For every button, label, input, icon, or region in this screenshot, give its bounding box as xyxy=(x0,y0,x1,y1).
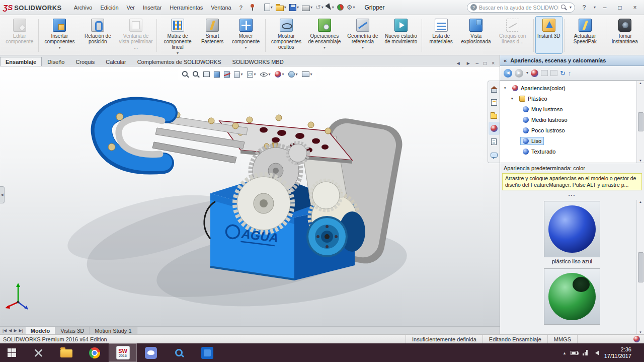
help-button[interactable]: ? xyxy=(578,2,590,13)
status-sphere-icon[interactable] xyxy=(633,336,640,342)
tab-diseno[interactable]: Diseño xyxy=(42,57,70,66)
graphics-area[interactable]: AGUA ▾ ▾ ▾ ▾ ▾ ▾ ◀ xyxy=(0,66,500,326)
expander-icon[interactable]: ▾ xyxy=(511,97,517,101)
tab-calcular[interactable]: Calcular xyxy=(100,57,131,66)
solidworks-resources-tab[interactable] xyxy=(489,83,500,96)
taskbar-app-discord[interactable] xyxy=(137,343,165,362)
appearance-ball-icon[interactable] xyxy=(531,69,538,77)
document-minimize-button[interactable]: – xyxy=(476,61,479,66)
thumbnails-scrollbar[interactable]: ▲ ▼ xyxy=(636,200,644,334)
display-style-button[interactable]: ▾ xyxy=(245,70,257,79)
maximize-button[interactable]: □ xyxy=(614,2,626,13)
collapse-pane-button[interactable]: « xyxy=(504,57,507,63)
take-snapshot-button[interactable]: Tomar instantánea xyxy=(608,16,642,54)
feature-manager-flyout-tab[interactable]: ◀ xyxy=(0,186,5,203)
solidworks-forum-tab[interactable] xyxy=(489,148,500,161)
assembly-features-dropdown[interactable]: ▾ xyxy=(324,45,326,50)
volume-icon[interactable] xyxy=(593,350,599,355)
smart-fasteners-button[interactable]: Smart Fasteners xyxy=(197,16,228,54)
new-motion-study-button[interactable]: Nuevo estudio de movimiento xyxy=(382,16,420,54)
tab-mbd[interactable]: SOLIDWORKS MBD xyxy=(227,57,289,66)
tree-item-apariencias-color[interactable]: ▾ Apariencias(color) xyxy=(500,83,644,93)
tree-item-poco-lustroso[interactable]: Poco lustroso xyxy=(500,125,644,135)
help-dropdown-icon[interactable]: ▾ xyxy=(594,6,596,10)
edit-appearance-button[interactable]: ▾ xyxy=(273,70,285,79)
previous-tab-button[interactable]: ◀ xyxy=(9,328,12,333)
menu-archivo[interactable]: Archivo xyxy=(70,3,97,13)
appearances-tab[interactable] xyxy=(489,122,500,135)
scrollbar-thumb[interactable] xyxy=(638,252,643,282)
menu-ver[interactable]: Ver xyxy=(123,3,139,13)
previous-view-button[interactable] xyxy=(201,70,211,78)
tab-vistas-3d[interactable]: Vistas 3D xyxy=(55,327,90,334)
assembly-features-button[interactable]: Operaciones de ensamblaje ▾ xyxy=(305,16,344,54)
tree-item-plastico[interactable]: ▾ Plástico xyxy=(500,93,644,104)
units-status[interactable]: MMGS xyxy=(547,335,577,343)
mate-button[interactable]: Relación de posición xyxy=(78,16,117,54)
search-dropdown-icon[interactable]: ▾ xyxy=(570,6,572,10)
taskbar-app-search[interactable] xyxy=(165,343,193,362)
history-dropdown-icon[interactable]: ▾ xyxy=(526,71,528,75)
move-component-button[interactable]: Mover componente ▾ xyxy=(228,16,264,54)
bill-of-materials-button[interactable]: Lista de materiales xyxy=(424,16,458,54)
tree-item-texturado[interactable]: Texturado xyxy=(500,146,644,157)
tab-modelo[interactable]: Modelo xyxy=(26,327,56,334)
move-component-dropdown[interactable]: ▾ xyxy=(245,45,247,50)
tree-item-liso[interactable]: Liso xyxy=(500,135,644,146)
taskbar-app-movies[interactable] xyxy=(193,343,221,362)
taskbar-app-chrome[interactable] xyxy=(80,343,109,362)
options-button[interactable]: ⚙▾ xyxy=(345,2,357,13)
tree-scrollbar[interactable]: ▲ ▼ xyxy=(636,81,644,163)
help-search-box[interactable]: ? ▾ xyxy=(467,3,575,13)
clock[interactable]: 2:36 17/11/2017 xyxy=(604,346,631,359)
tab-complementos[interactable]: Complementos de SOLIDWORKS xyxy=(132,57,227,66)
first-tab-button[interactable]: |◀ xyxy=(3,328,7,333)
menu-help[interactable]: ? xyxy=(235,3,247,13)
last-tab-button[interactable]: ▶| xyxy=(19,328,23,333)
back-button[interactable]: ◀ xyxy=(504,69,512,78)
minimize-button[interactable]: – xyxy=(599,2,611,13)
select-button[interactable]: ▾ xyxy=(325,2,336,13)
3d-drawing-view-button[interactable] xyxy=(212,70,221,79)
new-document-button[interactable]: ▾ xyxy=(263,2,274,13)
battery-icon[interactable] xyxy=(571,351,578,355)
pane-splitter[interactable]: ••• xyxy=(500,190,644,200)
section-view-button[interactable] xyxy=(222,70,231,79)
thumbnail-plastico-verde[interactable] xyxy=(544,268,600,325)
exploded-view-button[interactable]: Vista explosionada xyxy=(458,16,493,54)
menu-insertar[interactable]: Insertar xyxy=(139,3,166,13)
reference-geometry-dropdown[interactable]: ▾ xyxy=(362,45,364,50)
menu-herramientas[interactable]: Herramientas xyxy=(166,3,207,13)
document-close-button[interactable]: × xyxy=(492,61,495,66)
search-input[interactable] xyxy=(479,5,558,11)
hidden-icons-button[interactable]: ▴ xyxy=(564,350,566,355)
tab-motion-study-1[interactable]: Motion Study 1 xyxy=(90,327,137,334)
tab-croquis[interactable]: Croquis xyxy=(70,57,100,66)
network-icon[interactable] xyxy=(583,350,588,355)
up-one-level-button[interactable]: ↑ xyxy=(568,70,572,77)
refresh-button[interactable]: ↻ xyxy=(560,70,566,77)
close-button[interactable]: × xyxy=(629,2,641,13)
open-button[interactable]: ▾ xyxy=(274,2,288,13)
taskbar-app-file-explorer[interactable] xyxy=(52,343,80,362)
zoom-to-area-button[interactable] xyxy=(191,70,200,79)
expander-icon[interactable]: ▾ xyxy=(504,86,510,90)
previous-document-button[interactable]: ◄ xyxy=(456,61,461,66)
linear-component-pattern-button[interactable]: Matriz de componente lineal ▾ xyxy=(158,16,197,54)
save-button[interactable]: ▾ xyxy=(288,2,300,13)
taskbar-app-solidworks-2016[interactable]: SW 2016 xyxy=(109,343,137,362)
taskbar-app-solidworks-rx[interactable] xyxy=(24,343,52,362)
tab-ensamblaje[interactable]: Ensamblaje xyxy=(0,57,42,66)
file-explorer-tab[interactable] xyxy=(489,109,500,122)
design-library-tab[interactable] xyxy=(489,96,500,109)
custom-properties-tab[interactable] xyxy=(489,135,500,148)
reference-geometry-button[interactable]: Geometría de referencia ▾ xyxy=(344,16,382,54)
tree-item-muy-lustroso[interactable]: Muy lustroso xyxy=(500,104,644,114)
instant3d-button[interactable]: Instant 3D xyxy=(535,16,562,54)
document-restore-button[interactable]: □ xyxy=(484,61,487,66)
menu-edicion[interactable]: Edición xyxy=(96,3,122,13)
start-button[interactable] xyxy=(0,343,24,362)
update-speedpak-button[interactable]: Actualizar SpeedPak xyxy=(566,16,604,54)
pin-menu-icon[interactable] xyxy=(250,4,256,11)
show-hidden-components-button[interactable]: Mostrar componentes ocultos xyxy=(267,16,305,54)
